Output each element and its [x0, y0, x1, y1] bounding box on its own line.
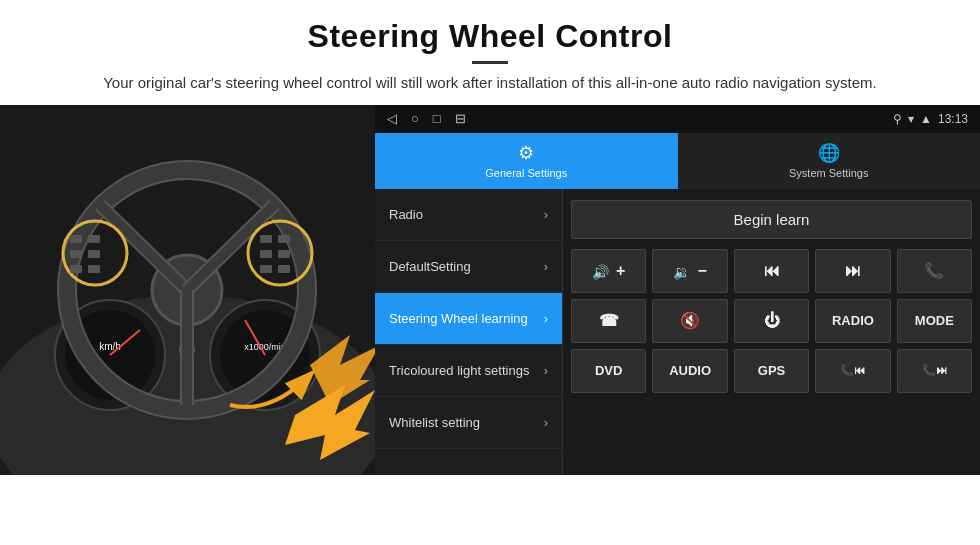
chevron-right-icon: ›	[544, 259, 548, 274]
menu-item-radio-label: Radio	[389, 207, 544, 222]
menu-item-steering-label: Steering Wheel learning	[389, 311, 544, 326]
dvd-button[interactable]: DVD	[571, 349, 646, 393]
power-button[interactable]: ⏻	[734, 299, 809, 343]
chevron-right-icon: ›	[544, 311, 548, 326]
status-bar-right: ⚲ ▾ ▲ 13:13	[893, 112, 968, 126]
recents-icon[interactable]: □	[433, 111, 441, 126]
phone-answer-button[interactable]: 📞	[897, 249, 972, 293]
prev-track-button[interactable]: ⏮	[734, 249, 809, 293]
menu-controls-area: Radio › DefaultSetting › Steering Wheel …	[375, 189, 980, 475]
svg-rect-28	[260, 235, 272, 243]
status-bar-nav-icons: ◁ ○ □ ⊟	[387, 111, 466, 126]
back-icon[interactable]: ◁	[387, 111, 397, 126]
header-divider	[472, 61, 508, 64]
status-bar: ◁ ○ □ ⊟ ⚲ ▾ ▲ 13:13	[375, 105, 980, 133]
call-button[interactable]: ☎	[571, 299, 646, 343]
main-content: km/h x1000/min	[0, 105, 980, 475]
begin-learn-row: Begin learn	[571, 197, 972, 243]
svg-rect-32	[260, 265, 272, 273]
mode-button[interactable]: MODE	[897, 299, 972, 343]
tab-system-settings[interactable]: 🌐 System Settings	[678, 133, 981, 189]
begin-learn-button[interactable]: Begin learn	[571, 200, 972, 239]
gear-icon: ⚙	[518, 142, 534, 164]
svg-text:🔊: 🔊	[592, 264, 610, 281]
steering-wheel-image: km/h x1000/min	[0, 105, 375, 475]
svg-rect-25	[88, 250, 100, 258]
menu-item-steering-wheel[interactable]: Steering Wheel learning ›	[375, 293, 562, 345]
svg-rect-30	[260, 250, 272, 258]
menu-item-default-label: DefaultSetting	[389, 259, 544, 274]
menu-item-default-setting[interactable]: DefaultSetting ›	[375, 241, 562, 293]
signal-icon: ▲	[920, 112, 932, 126]
menu-item-whitelist-label: Whitelist setting	[389, 415, 544, 430]
radio-button[interactable]: RADIO	[815, 299, 890, 343]
chevron-right-icon: ›	[544, 363, 548, 378]
mute-button[interactable]: 🔇	[652, 299, 727, 343]
svg-text:🔉: 🔉	[673, 264, 691, 281]
controls-row-1: 🔊+ 🔉− ⏮ ⏭ 📞	[571, 249, 972, 293]
header: Steering Wheel Control Your original car…	[0, 0, 980, 105]
svg-rect-22	[70, 235, 82, 243]
right-controls: Begin learn 🔊+ 🔉− ⏮ ⏭ 📞	[563, 189, 980, 475]
tab-general-label: General Settings	[485, 167, 567, 179]
clock: 13:13	[938, 112, 968, 126]
location-icon: ⚲	[893, 112, 902, 126]
svg-text:km/h: km/h	[99, 341, 121, 352]
phone-prev-button[interactable]: 📞⏮	[815, 349, 890, 393]
tab-general-settings[interactable]: ⚙ General Settings	[375, 133, 678, 189]
header-subtitle: Your original car's steering wheel contr…	[60, 72, 920, 95]
android-head-unit: ◁ ○ □ ⊟ ⚲ ▾ ▲ 13:13 ⚙ General Settings 🌐…	[375, 105, 980, 475]
svg-rect-29	[278, 235, 290, 243]
page-title: Steering Wheel Control	[60, 18, 920, 55]
svg-rect-33	[278, 265, 290, 273]
audio-button[interactable]: AUDIO	[652, 349, 727, 393]
menu-item-radio[interactable]: Radio ›	[375, 189, 562, 241]
vol-up-button[interactable]: 🔊+	[571, 249, 646, 293]
gps-button[interactable]: GPS	[734, 349, 809, 393]
svg-rect-27	[88, 265, 100, 273]
next-track-button[interactable]: ⏭	[815, 249, 890, 293]
svg-rect-23	[88, 235, 100, 243]
controls-row-2: ☎ 🔇 ⏻ RADIO MODE	[571, 299, 972, 343]
chevron-right-icon: ›	[544, 415, 548, 430]
menu-item-whitelist[interactable]: Whitelist setting ›	[375, 397, 562, 449]
chevron-right-icon: ›	[544, 207, 548, 222]
tab-bar: ⚙ General Settings 🌐 System Settings	[375, 133, 980, 189]
menu-item-tricoloured[interactable]: Tricoloured light settings ›	[375, 345, 562, 397]
tab-system-label: System Settings	[789, 167, 868, 179]
controls-row-3: DVD AUDIO GPS 📞⏮ 📞⏭	[571, 349, 972, 393]
home-icon[interactable]: ○	[411, 111, 419, 126]
svg-rect-24	[70, 250, 82, 258]
left-menu: Radio › DefaultSetting › Steering Wheel …	[375, 189, 563, 475]
phone-next-button[interactable]: 📞⏭	[897, 349, 972, 393]
menu-icon[interactable]: ⊟	[455, 111, 466, 126]
globe-icon: 🌐	[818, 142, 840, 164]
svg-rect-31	[278, 250, 290, 258]
svg-rect-26	[70, 265, 82, 273]
menu-item-tricoloured-label: Tricoloured light settings	[389, 363, 544, 378]
wifi-icon: ▾	[908, 112, 914, 126]
controls-grid: 🔊+ 🔉− ⏮ ⏭ 📞 ☎ 🔇 ⏻ RADIO	[571, 249, 972, 393]
vol-down-button[interactable]: 🔉−	[652, 249, 727, 293]
